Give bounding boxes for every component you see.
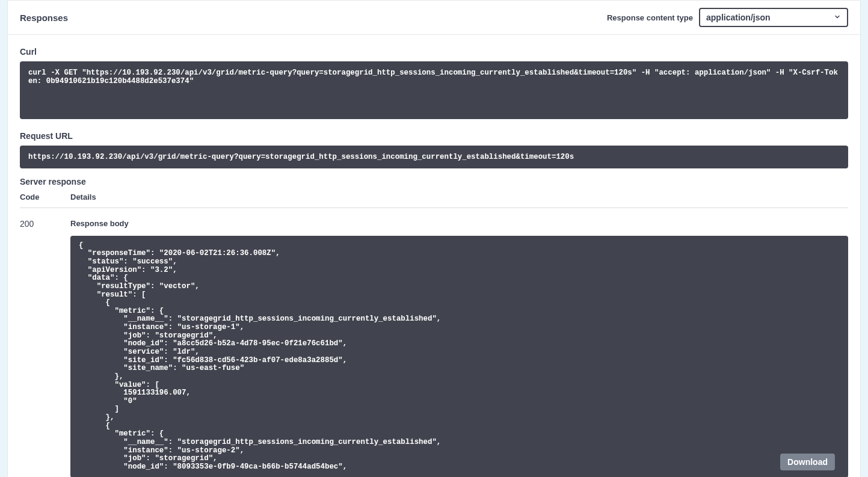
request-url-label: Request URL [20, 131, 848, 141]
column-details-header: Details [70, 192, 848, 202]
server-response-label: Server response [20, 177, 848, 186]
response-code: 200 [20, 219, 70, 477]
response-body-block[interactable]: { "responseTime": "2020-06-02T21:26:36.0… [70, 236, 848, 477]
response-body-label: Response body [70, 219, 848, 228]
response-table-header: Code Details [20, 192, 848, 208]
content-type-group: Response content type application/json [607, 8, 848, 27]
curl-command-block[interactable]: curl -X GET "https://10.193.92.230/api/v… [20, 61, 848, 119]
content-type-select[interactable]: application/json [699, 8, 848, 27]
content-type-label: Response content type [607, 13, 693, 22]
response-row: 200 Response body { "responseTime": "202… [20, 208, 848, 477]
download-button[interactable]: Download [780, 454, 835, 470]
request-url-block[interactable]: https://10.193.92.230/api/v3/grid/metric… [20, 146, 848, 168]
column-code-header: Code [20, 192, 70, 202]
chevron-down-icon [834, 13, 841, 22]
content-type-value: application/json [706, 13, 771, 22]
curl-label: Curl [20, 47, 848, 57]
responses-title: Responses [20, 13, 68, 23]
responses-header: Responses Response content type applicat… [8, 1, 860, 35]
